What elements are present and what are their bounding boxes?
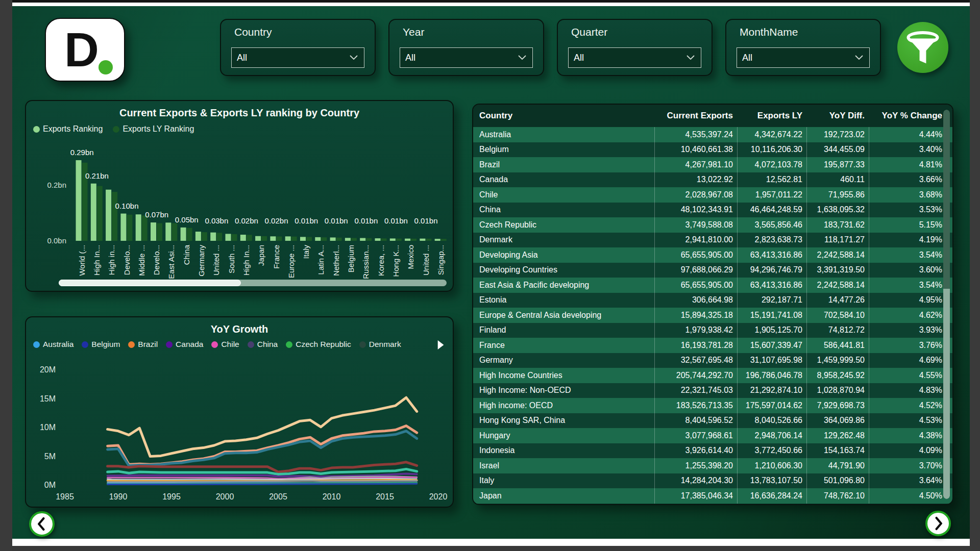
bar-current[interactable]: [435, 239, 440, 241]
table-row[interactable]: High Income: Non-OECD22,321,745.0321,292…: [473, 383, 952, 398]
bar-current[interactable]: [210, 233, 216, 241]
bar-current[interactable]: [330, 237, 336, 241]
table-row[interactable]: Hong Kong SAR, China8,404,596.528,040,52…: [473, 413, 952, 429]
bar-last-year[interactable]: [247, 235, 252, 241]
bar-current[interactable]: [226, 234, 231, 241]
table-row[interactable]: Indonesia3,926,614.403,772,450.66154,163…: [473, 443, 952, 459]
column-header-1[interactable]: Current Exports: [654, 105, 737, 127]
table-row[interactable]: Israel1,255,398.201,210,606.3044,791.903…: [473, 458, 952, 473]
scrollbar-track-segment[interactable]: [943, 110, 950, 289]
bar-current[interactable]: [375, 238, 381, 241]
bar-last-year[interactable]: [232, 234, 237, 241]
bar-current[interactable]: [195, 232, 201, 241]
filter-dropdown-country[interactable]: All: [231, 47, 364, 68]
bar-last-year[interactable]: [396, 239, 402, 241]
bar-current[interactable]: [405, 239, 410, 241]
top-scrollbar-strip[interactable]: [12, 3, 970, 6]
bar-last-year[interactable]: [426, 239, 431, 241]
table-row[interactable]: High Income Countries205,744,292.70196,7…: [473, 368, 952, 383]
table-row[interactable]: Australia4,535,397.244,342,674.22192,723…: [473, 127, 952, 142]
scrollbar-thumb[interactable]: [943, 289, 950, 499]
legend-item-china[interactable]: China: [248, 340, 278, 349]
bar-current[interactable]: [315, 237, 321, 241]
table-row[interactable]: Developing Asia65,655,905.0063,413,316.8…: [473, 247, 952, 263]
bar-current[interactable]: [120, 214, 126, 241]
line-series[interactable]: [108, 484, 417, 484]
legend-item-australia[interactable]: Australia: [33, 340, 74, 349]
bar-last-year[interactable]: [321, 237, 327, 241]
filter-dropdown-quarter[interactable]: All: [568, 47, 701, 68]
filter-dropdown-year[interactable]: All: [400, 47, 533, 68]
table-row[interactable]: Estonia306,664.98292,187.7114,477.264.95…: [473, 293, 952, 308]
filter-funnel-button[interactable]: [897, 22, 948, 73]
bar-current[interactable]: [270, 236, 276, 241]
legend-item-belgium[interactable]: Belgium: [82, 340, 120, 349]
bar-last-year[interactable]: [187, 228, 192, 241]
bar-last-year[interactable]: [216, 233, 222, 241]
bottom-scrollbar-strip[interactable]: [12, 539, 970, 546]
line-series[interactable]: [108, 469, 417, 474]
bar-last-year[interactable]: [441, 239, 447, 241]
bar-last-year[interactable]: [291, 237, 297, 241]
bar-current[interactable]: [420, 239, 425, 241]
bar-last-year[interactable]: [276, 236, 282, 241]
table-row[interactable]: Czech Republic3,749,588.083,565,856.4618…: [473, 217, 952, 233]
table-row[interactable]: Belgium10,460,661.3810,116,206.30344,455…: [473, 142, 952, 158]
table-row[interactable]: East Asia & Pacific developing65,655,905…: [473, 278, 952, 293]
bar-last-year[interactable]: [381, 238, 387, 241]
table-row[interactable]: Hungary3,077,968.612,948,706.14129,262.4…: [473, 428, 952, 443]
line-series[interactable]: [108, 426, 417, 465]
table-row[interactable]: Japan17,385,046.3416,636,284.24748,762.1…: [473, 488, 952, 504]
bar-current[interactable]: [360, 238, 365, 241]
bar-last-year[interactable]: [366, 238, 372, 241]
bar-last-year[interactable]: [172, 223, 177, 241]
bar-current[interactable]: [181, 228, 186, 241]
table-row[interactable]: France16,193,781.2815,607,339.47586,441.…: [473, 338, 952, 353]
table-row[interactable]: Denmark2,941,810.002,823,638.73118,171.2…: [473, 233, 952, 248]
table-row[interactable]: Germany32,567,695.4831,107,695.981,459,9…: [473, 353, 952, 368]
legend-item-canada[interactable]: Canada: [166, 340, 203, 349]
legend-scroll-right-button[interactable]: [435, 339, 447, 352]
prev-page-button[interactable]: [29, 511, 55, 537]
bar-last-year[interactable]: [202, 232, 207, 241]
bar-current[interactable]: [91, 184, 96, 241]
bar-current[interactable]: [136, 214, 141, 241]
legend-item-exports-ly-ranking[interactable]: Exports LY Ranking: [113, 124, 194, 134]
table-row[interactable]: Europe & Central Asia developing15,894,3…: [473, 308, 952, 323]
bar-last-year[interactable]: [157, 223, 162, 241]
bar-current[interactable]: [345, 238, 351, 241]
bar-last-year[interactable]: [411, 239, 416, 241]
table-row[interactable]: Canada13,022.9212,562.81460.113.66%: [473, 172, 952, 188]
bar-current[interactable]: [255, 236, 261, 241]
table-row[interactable]: Brazil4,267,981.104,072,103.78195,877.33…: [473, 157, 952, 172]
table-row[interactable]: High income: OECD183,526,713.35175,597,0…: [473, 398, 952, 413]
table-row[interactable]: Italy14,284,204.3013,783,107.50501,096.8…: [473, 473, 952, 489]
bar-chart-horizontal-scrollbar[interactable]: [59, 280, 447, 286]
line-series[interactable]: [108, 397, 417, 456]
filter-dropdown-monthname[interactable]: All: [737, 47, 870, 68]
legend-item-czech-republic[interactable]: Czech Republic: [286, 340, 351, 349]
bar-last-year[interactable]: [306, 237, 312, 241]
column-header-3[interactable]: YoY Diff.: [806, 105, 869, 127]
legend-item-exports-ranking[interactable]: Exports Ranking: [33, 124, 103, 134]
table-row[interactable]: Finland1,979,938.421,905,125.7074,812.72…: [473, 323, 952, 338]
bar-last-year[interactable]: [97, 186, 103, 241]
legend-item-denmark[interactable]: Denmark: [359, 340, 401, 349]
legend-item-chile[interactable]: Chile: [211, 340, 239, 349]
bar-current[interactable]: [151, 222, 156, 241]
bar-last-year[interactable]: [336, 238, 342, 241]
bar-last-year[interactable]: [112, 192, 117, 241]
column-header-0[interactable]: Country: [473, 111, 654, 121]
bar-last-year[interactable]: [127, 215, 132, 241]
bar-current[interactable]: [106, 190, 111, 241]
next-page-button[interactable]: [925, 511, 951, 536]
bar-current[interactable]: [165, 222, 171, 241]
table-row[interactable]: Developing Countries97,688,066.2994,296,…: [473, 263, 952, 278]
bar-current[interactable]: [240, 235, 246, 241]
table-row[interactable]: Chile2,028,967.081,957,011.2271,955.863.…: [473, 187, 952, 203]
scrollbar-thumb[interactable]: [59, 280, 241, 286]
bar-current[interactable]: [76, 160, 82, 241]
bar-last-year[interactable]: [142, 215, 148, 241]
bar-current[interactable]: [390, 238, 396, 241]
table-vertical-scrollbar[interactable]: [943, 110, 950, 499]
